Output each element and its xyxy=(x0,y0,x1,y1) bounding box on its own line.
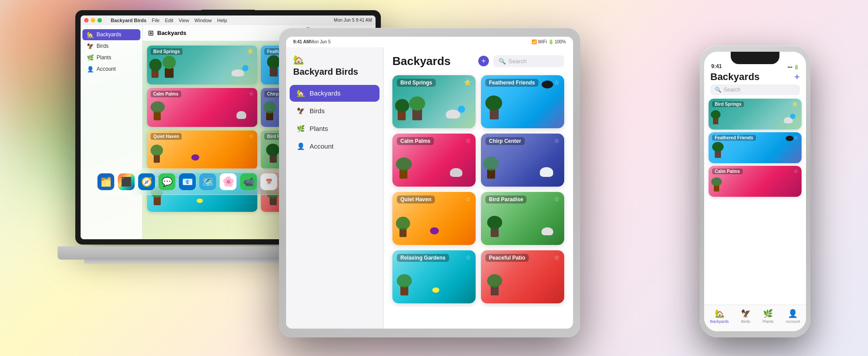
mac-menu-edit[interactable]: Edit xyxy=(165,18,173,23)
ipad-card-bird-springs[interactable]: Bird Springs ⭐ xyxy=(392,75,476,128)
mac-sidebar-item-plants[interactable]: 🌿 Plants xyxy=(82,52,140,63)
ipad-card-feathered-friends[interactable]: Feathered Friends ☆ xyxy=(481,75,564,128)
ipad-status-bar: 9:41 AM Mon Jun 5 📶 WiFi 🔋 100% xyxy=(286,37,573,47)
ipad-main-content: Backyards + 🔍 Search xyxy=(384,47,573,329)
mac-sidebar-item-birds[interactable]: 🦅 Birds xyxy=(82,41,140,52)
birds-icon: 🦅 xyxy=(87,43,94,50)
mac-sidebar: 🏡 Backyards 🦅 Birds 🌿 Plants 👤 xyxy=(81,25,143,239)
dock-icon-calendar[interactable]: 📅 xyxy=(260,173,277,190)
ipad-sidebar-label-plants: Plants xyxy=(310,125,328,132)
iphone-tab-label-birds: Birds xyxy=(741,319,750,324)
dock-icon-maps[interactable]: 🗺️ xyxy=(199,173,216,190)
ipad-search-box[interactable]: 🔍 Search xyxy=(493,55,564,67)
iphone-card-calm-palms[interactable]: Calm Palms ☆ xyxy=(709,166,802,197)
mac-menu-window[interactable]: Window xyxy=(194,18,212,23)
mac-card-star-calm-palms[interactable]: ☆ xyxy=(249,91,254,97)
ipad-backyards-icon: 🏡 xyxy=(297,89,305,97)
ipad-header: Backyards + 🔍 Search xyxy=(384,47,573,72)
ipad-plants-icon: 🌿 xyxy=(297,125,305,133)
iphone-tab-plants[interactable]: 🌿 Plants xyxy=(763,309,774,324)
dock-icon-photos[interactable]: 🌸 xyxy=(220,173,236,190)
iphone-body: 9:41 ▪▪▪ 🔋 Backyards + 🔍 Search xyxy=(700,46,810,337)
ipad-sidebar-label-birds: Birds xyxy=(310,107,325,115)
ipad-card-label-relaxing-gardens: Relaxing Gardens xyxy=(397,254,449,262)
iphone-search-box[interactable]: 🔍 Search xyxy=(710,84,800,95)
dock-icon-messages[interactable]: 💬 xyxy=(159,173,175,190)
ipad-card-chirp-center[interactable]: Chirp Center ☆ xyxy=(481,134,564,187)
ipad-card-star-quiet-haven[interactable]: ☆ xyxy=(465,195,471,203)
mac-sidebar-item-backyards[interactable]: 🏡 Backyards xyxy=(82,29,140,40)
ipad-battery: 📶 WiFi 🔋 100% xyxy=(531,39,566,44)
ipad-card-quiet-haven[interactable]: Quiet Haven ☆ xyxy=(392,192,476,245)
iphone-card-label-feathered-friends: Feathered Friends xyxy=(712,135,756,141)
iphone-tab-birds[interactable]: 🦅 Birds xyxy=(741,309,751,324)
mac-menu-file[interactable]: File xyxy=(152,18,160,23)
account-icon: 👤 xyxy=(87,66,94,73)
ipad-card-star-relaxing-gardens[interactable]: ☆ xyxy=(465,254,471,261)
traffic-lights xyxy=(84,18,102,23)
ipad-card-star-peaceful-patio[interactable]: ☆ xyxy=(554,254,560,261)
ipad-date: Mon Jun 5 xyxy=(310,39,331,44)
iphone-add-button[interactable]: + xyxy=(794,71,800,83)
ipad-card-star-bird-springs[interactable]: ⭐ xyxy=(464,79,471,86)
ipad-card-star-feathered-friends[interactable]: ☆ xyxy=(554,79,560,86)
mac-sidebar-label-backyards: Backyards xyxy=(97,31,121,38)
ipad-card-star-chirp-center[interactable]: ☆ xyxy=(554,137,560,144)
dock-icon-safari[interactable]: 🧭 xyxy=(138,173,155,190)
iphone-tab-label-plants: Plants xyxy=(763,319,774,324)
ipad-body: 9:41 AM Mon Jun 5 📶 WiFi 🔋 100% 🏡 Backya… xyxy=(279,28,580,337)
mac-datetime: Mon Jun 5 9:41 AM xyxy=(334,18,372,23)
mac-card-bird-springs[interactable]: Bird Springs ⭐ xyxy=(147,46,257,84)
ipad-card-relaxing-gardens[interactable]: Relaxing Gardens ☆ xyxy=(392,250,476,303)
ipad-search-icon: 🔍 xyxy=(499,58,506,65)
ipad-app-content: 🏡 Backyard Birds 🏡 Backyards 🦅 Birds xyxy=(286,47,573,329)
ipad-card-star-bird-paradise[interactable]: ☆ xyxy=(554,195,560,203)
mac-app-name: Backyard Birds xyxy=(111,18,147,23)
iphone-card-bird-springs[interactable]: Bird Springs ⭐ xyxy=(709,99,802,130)
ipad-card-bird-paradise[interactable]: Bird Paradise ☆ xyxy=(481,192,564,245)
dock-icon-finder[interactable]: 🗂️ xyxy=(97,173,114,190)
iphone-card-feathered-friends[interactable]: Feathered Friends ☆ xyxy=(709,132,802,163)
mac-menu-help[interactable]: Help xyxy=(217,18,227,23)
iphone-signal: ▪▪▪ 🔋 xyxy=(788,65,799,69)
ipad-sidebar-app-icon: 🏡 xyxy=(293,54,304,65)
iphone-notch xyxy=(731,52,779,64)
ipad-sidebar-label-account: Account xyxy=(310,142,333,150)
dock-icon-facetime[interactable]: 📹 xyxy=(240,173,257,190)
mac-sidebar-label-account: Account xyxy=(97,66,116,72)
ipad-toolbar: + 🔍 Search xyxy=(478,55,564,67)
ipad-add-button[interactable]: + xyxy=(478,56,489,66)
ipad-cards-grid: Bird Springs ⭐ Feathered Friend xyxy=(384,72,573,307)
iphone-tab-icon-account: 👤 xyxy=(788,309,798,318)
ipad-sidebar-item-backyards[interactable]: 🏡 Backyards xyxy=(290,85,380,102)
mac-menu-view[interactable]: View xyxy=(178,18,189,23)
iphone-tab-account[interactable]: 👤 Account xyxy=(786,309,800,324)
mac-card-calm-palms[interactable]: Calm Palms ☆ xyxy=(147,88,257,127)
iphone-card-star-calm-palms[interactable]: ☆ xyxy=(794,168,798,174)
iphone-card-star-bird-springs[interactable]: ⭐ xyxy=(792,101,798,107)
minimize-button[interactable] xyxy=(91,18,95,23)
ipad-card-label-peaceful-patio: Peaceful Patio xyxy=(485,254,529,262)
maximize-button[interactable] xyxy=(97,18,102,23)
mac-sidebar-item-account[interactable]: 👤 Account xyxy=(82,64,140,75)
mac-sidebar-label-birds: Birds xyxy=(97,43,108,49)
ipad-sidebar-label-backyards: Backyards xyxy=(310,89,341,97)
ipad-card-peaceful-patio[interactable]: Peaceful Patio ☆ xyxy=(481,250,564,303)
ipad-sidebar-item-birds[interactable]: 🦅 Birds xyxy=(290,103,380,119)
ipad-card-star-calm-palms[interactable]: ☆ xyxy=(465,137,471,144)
dock-icon-launchpad[interactable]: ⬛ xyxy=(118,173,135,190)
mac-card-star-quiet-haven[interactable]: ☆ xyxy=(249,133,254,139)
ipad-sidebar-item-plants[interactable]: 🌿 Plants xyxy=(290,120,380,137)
iphone-tab-backyards[interactable]: 🏡 Backyards xyxy=(710,309,729,324)
iphone-card-star-feathered-friends[interactable]: ☆ xyxy=(794,135,798,141)
close-button[interactable] xyxy=(84,18,89,23)
ipad-birds-icon: 🦅 xyxy=(297,107,305,115)
mac-card-quiet-haven[interactable]: Quiet Haven ☆ xyxy=(147,130,257,169)
plants-icon: 🌿 xyxy=(87,54,94,61)
iphone-tab-bar: 🏡 Backyards 🦅 Birds 🌿 Plants 👤 Account xyxy=(704,305,806,331)
ipad-card-calm-palms[interactable]: Calm Palms ☆ xyxy=(392,134,476,187)
ipad-card-label-feathered-friends: Feathered Friends xyxy=(485,79,539,87)
mac-card-star-bird-springs[interactable]: ⭐ xyxy=(247,48,254,54)
ipad-sidebar-item-account[interactable]: 👤 Account xyxy=(290,138,380,155)
dock-icon-mail[interactable]: 📧 xyxy=(179,173,196,190)
